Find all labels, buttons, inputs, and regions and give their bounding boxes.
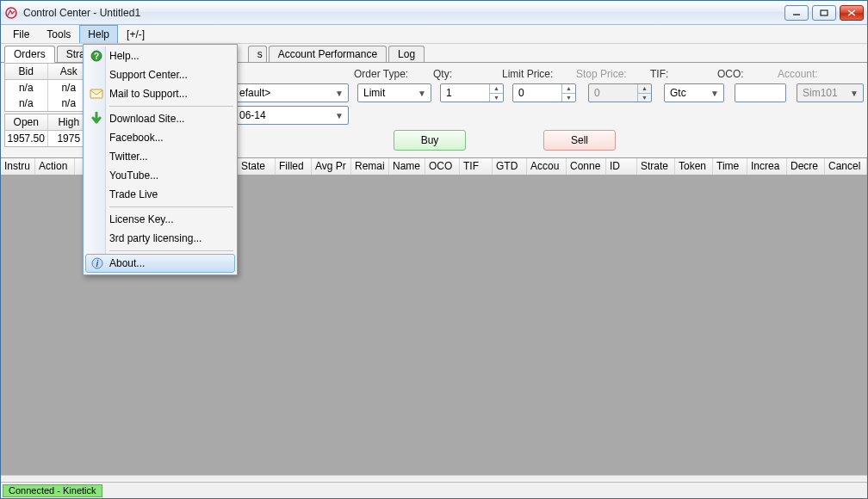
stop-price-spinner: 0 ▲▼ — [588, 83, 652, 102]
symbol-combo-value: efault> — [239, 87, 270, 99]
minimize-button[interactable] — [784, 5, 809, 21]
cell-value: n/a — [5, 80, 48, 95]
menu-file[interactable]: File — [4, 25, 38, 43]
col-token[interactable]: Token — [675, 158, 713, 175]
status-bar: Connected - Kinetick — [1, 482, 867, 498]
svg-text:?: ? — [94, 52, 99, 61]
col-increase[interactable]: Increa — [747, 158, 787, 175]
spin-up-icon[interactable]: ▲ — [490, 84, 503, 94]
sell-button[interactable]: Sell — [543, 130, 616, 151]
menu-item-label: Trade Live — [109, 188, 158, 200]
title-bar: Control Center - Untitled1 — [1, 1, 867, 25]
expiry-combo[interactable]: 06-14 ▼ — [233, 106, 349, 125]
menu-plusminus[interactable]: [+/-] — [118, 25, 153, 43]
tif-value: Gtc — [670, 87, 686, 99]
bid-ask-table: Bid Ask n/a n/a n/a n/a — [4, 63, 90, 112]
col-state[interactable]: State — [238, 158, 276, 175]
help-menu-item[interactable]: License Key... — [85, 210, 235, 229]
tab-account-performance[interactable]: Account Performance — [269, 46, 387, 62]
col-filled[interactable]: Filled — [276, 158, 312, 175]
limit-price-spinner[interactable]: 0 ▲▼ — [512, 83, 576, 102]
tab-orders[interactable]: Orders — [4, 46, 55, 63]
menu-item-label: Support Center... — [109, 69, 188, 81]
help-menu-item[interactable]: iAbout... — [85, 254, 235, 273]
col-open[interactable]: Open — [5, 114, 48, 130]
help-menu-item[interactable]: Support Center... — [85, 65, 235, 84]
col-id[interactable]: ID — [606, 158, 637, 175]
col-bid[interactable]: Bid — [5, 64, 48, 79]
open-high-table: Open High 1957.50 1975 — [4, 114, 90, 147]
col-gtd[interactable]: GTD — [493, 158, 527, 175]
col-action[interactable]: Action — [35, 158, 75, 175]
tif-combo[interactable]: Gtc ▼ — [664, 83, 724, 102]
help-menu-item[interactable]: 3rd party licensing... — [85, 229, 235, 248]
spin-up-icon: ▲ — [638, 84, 651, 94]
cell-value: 1957.50 — [5, 131, 48, 146]
col-instrument[interactable]: Instru — [1, 158, 35, 175]
col-name[interactable]: Name — [389, 158, 425, 175]
svg-text:i: i — [96, 259, 99, 268]
menu-tools[interactable]: Tools — [38, 25, 79, 43]
help-menu-item[interactable]: YouTube... — [85, 166, 235, 185]
cell-value: n/a — [5, 95, 48, 111]
col-time[interactable]: Time — [713, 158, 747, 175]
down-icon — [89, 111, 104, 126]
menu-item-label: 3rd party licensing... — [109, 232, 202, 244]
spin-down-icon[interactable]: ▼ — [562, 94, 575, 102]
menu-help[interactable]: Help — [79, 25, 118, 43]
col-tif[interactable]: TIF — [460, 158, 493, 175]
col-cancel[interactable]: Cancel — [825, 158, 867, 175]
col-remaining[interactable]: Remai — [351, 158, 389, 175]
col-decrease[interactable]: Decre — [787, 158, 825, 175]
chevron-down-icon: ▼ — [847, 89, 861, 98]
connection-status[interactable]: Connected - Kinetick — [3, 484, 102, 497]
close-button[interactable] — [840, 5, 864, 21]
menu-item-label: License Key... — [109, 213, 173, 225]
menu-item-label: Facebook... — [109, 132, 164, 144]
label-qty: Qty: — [433, 68, 502, 80]
help-menu-item[interactable]: Download Site... — [85, 109, 235, 128]
spin-up-icon[interactable]: ▲ — [562, 84, 575, 94]
tab-log[interactable]: Log — [388, 46, 425, 62]
help-menu-item[interactable]: Trade Live — [85, 185, 235, 204]
chevron-down-icon: ▼ — [332, 89, 346, 98]
svg-rect-7 — [90, 89, 102, 98]
mail-icon — [89, 86, 104, 102]
menu-item-label: YouTube... — [109, 169, 158, 182]
help-menu-item[interactable]: Facebook... — [85, 128, 235, 147]
label-account: Account: — [778, 68, 838, 80]
tab-partial[interactable]: s — [248, 46, 267, 62]
col-oco[interactable]: OCO — [425, 158, 460, 175]
col-account[interactable]: Accou — [527, 158, 567, 175]
info-icon: i — [90, 256, 105, 271]
window-title: Control Center - Untitled1 — [23, 7, 140, 19]
col-connection[interactable]: Conne — [567, 158, 606, 175]
col-avgpr[interactable]: Avg Pr — [312, 158, 351, 175]
spin-down-icon[interactable]: ▼ — [490, 94, 503, 102]
oco-input[interactable] — [735, 83, 786, 102]
chevron-down-icon: ▼ — [708, 89, 722, 98]
label-order-type: Order Type: — [354, 68, 433, 80]
qty-value: 1 — [446, 87, 452, 99]
symbol-combo[interactable]: efault> ▼ — [233, 83, 349, 102]
qty-spinner[interactable]: 1 ▲▼ — [440, 83, 504, 102]
account-combo: Sim101 ▼ — [797, 83, 864, 102]
expiry-combo-value: 06-14 — [239, 109, 266, 121]
help-icon: ? — [89, 48, 104, 64]
help-menu-item[interactable]: Twitter... — [85, 147, 235, 166]
label-oco: OCO: — [717, 68, 778, 80]
help-menu-item[interactable]: Mail to Support... — [85, 84, 235, 103]
maximize-button[interactable] — [812, 5, 836, 21]
menu-item-label: About... — [109, 257, 145, 269]
help-menu-dropdown: ?Help...Support Center...Mail to Support… — [83, 44, 238, 275]
app-window: Control Center - Untitled1 File Tools He… — [0, 0, 868, 499]
buy-button[interactable]: Buy — [394, 130, 466, 151]
help-menu-item[interactable]: ?Help... — [85, 46, 235, 65]
chevron-down-icon: ▼ — [332, 111, 346, 120]
svg-rect-2 — [821, 10, 828, 15]
limit-price-value: 0 — [518, 87, 524, 99]
stop-price-value: 0 — [594, 87, 600, 99]
order-type-combo[interactable]: Limit ▼ — [357, 83, 431, 102]
menu-separator — [109, 106, 233, 107]
col-strategy[interactable]: Strate — [637, 158, 675, 175]
